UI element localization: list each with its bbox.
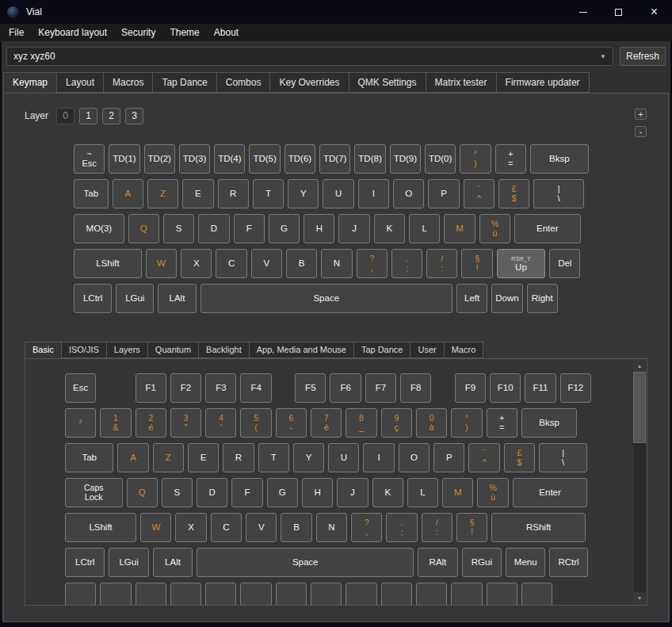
key-x[interactable]: X xyxy=(181,249,212,278)
key-diaeresis-circumflex[interactable]: ¨^ xyxy=(468,443,499,472)
key-td-6[interactable]: TD(6) xyxy=(284,144,315,174)
key-lalt[interactable]: LAlt xyxy=(158,284,196,313)
key-ralt[interactable]: RAlt xyxy=(418,548,457,577)
key-period-semicolon[interactable]: .; xyxy=(391,249,422,278)
key-superscript-two[interactable]: ² xyxy=(65,408,96,438)
key-w[interactable]: W xyxy=(146,249,177,278)
key-f12[interactable]: F12 xyxy=(560,373,591,403)
key-f8[interactable]: F8 xyxy=(400,373,431,403)
key-f[interactable]: F xyxy=(231,478,262,507)
minimize-button[interactable] xyxy=(565,0,601,24)
scroll-up-button[interactable]: ▲ xyxy=(633,360,646,372)
key-t[interactable]: T xyxy=(253,179,284,208)
key-h[interactable]: H xyxy=(302,478,333,507)
key-d[interactable]: D xyxy=(197,478,227,507)
key-question-comma[interactable]: ?, xyxy=(351,513,382,542)
key-td-9[interactable]: TD(9) xyxy=(390,144,421,174)
key-4[interactable]: 4' xyxy=(205,408,236,438)
key-b[interactable]: B xyxy=(281,513,311,542)
zoom-out-button[interactable]: - xyxy=(635,126,647,137)
key-g[interactable]: G xyxy=(269,214,300,243)
key-o[interactable]: O xyxy=(399,443,430,472)
key-degree-rparen[interactable]: °) xyxy=(451,408,482,438)
key-lctrl[interactable]: LCtrl xyxy=(74,284,112,313)
close-button[interactable]: × xyxy=(636,0,672,24)
key-f1[interactable]: F1 xyxy=(136,373,166,403)
key-blank[interactable] xyxy=(100,583,131,606)
tab-matrix-tester[interactable]: Matrix tester xyxy=(426,72,497,93)
key-2[interactable]: 2é xyxy=(136,408,166,438)
key-blank[interactable] xyxy=(65,583,96,606)
key-blank[interactable] xyxy=(346,583,376,606)
key-l[interactable]: L xyxy=(407,478,438,507)
tab-macros[interactable]: Macros xyxy=(103,72,153,93)
key-blank[interactable] xyxy=(136,583,166,606)
key-k[interactable]: K xyxy=(372,478,403,507)
key-n[interactable]: N xyxy=(316,513,347,542)
key-g[interactable]: G xyxy=(267,478,298,507)
key-w[interactable]: W xyxy=(140,513,171,542)
key-rshift[interactable]: RShift xyxy=(491,513,586,542)
scroll-down-button[interactable]: ▼ xyxy=(633,592,646,604)
key-menu[interactable]: Menu xyxy=(506,548,545,577)
key-t[interactable]: T xyxy=(258,443,289,472)
key-9[interactable]: 9ç xyxy=(381,408,412,438)
key-lctrl[interactable]: LCtrl xyxy=(65,548,105,577)
key-c[interactable]: C xyxy=(211,513,242,542)
key-lshift[interactable]: LShift xyxy=(74,249,142,278)
key-p[interactable]: P xyxy=(428,179,459,208)
zoom-in-button[interactable]: + xyxy=(635,109,647,120)
key-a[interactable]: A xyxy=(113,179,143,208)
key-i[interactable]: I xyxy=(363,443,394,472)
key-slash-colon[interactable]: /: xyxy=(422,513,452,542)
key-section-exclam[interactable]: §! xyxy=(461,249,492,278)
key-v[interactable]: V xyxy=(251,249,282,278)
key-k[interactable]: K xyxy=(374,214,405,243)
key-esc[interactable]: ~Esc xyxy=(74,144,105,174)
key-lalt[interactable]: LAlt xyxy=(153,548,193,577)
key-rctrl[interactable]: RCtrl xyxy=(549,548,587,577)
tab-firmware-updater[interactable]: Firmware updater xyxy=(496,72,590,93)
key-plus-equals[interactable]: += xyxy=(487,408,517,438)
key-rsft-t-up[interactable]: RSft_TUp xyxy=(497,249,545,278)
key-3[interactable]: 3" xyxy=(170,408,201,438)
key-blank[interactable] xyxy=(311,583,342,606)
key-td-0[interactable]: TD(0) xyxy=(425,144,456,174)
key-td-8[interactable]: TD(8) xyxy=(354,144,385,174)
tab-combos[interactable]: Combos xyxy=(216,72,271,93)
key-pound-dollar[interactable]: £$ xyxy=(504,443,535,472)
key-v[interactable]: V xyxy=(246,513,277,542)
key-space[interactable]: Space xyxy=(200,284,452,313)
key-e[interactable]: E xyxy=(188,443,219,472)
device-select[interactable]: xyz xyz60 ▼ xyxy=(6,47,613,66)
key-r[interactable]: R xyxy=(218,179,249,208)
key-slash-colon[interactable]: /: xyxy=(426,249,457,278)
key-1[interactable]: 1& xyxy=(100,408,131,438)
key-lshift[interactable]: LShift xyxy=(65,513,136,542)
picker-tab-basic[interactable]: Basic xyxy=(25,342,62,359)
key-f6[interactable]: F6 xyxy=(330,373,361,403)
key-td-4[interactable]: TD(4) xyxy=(214,144,245,174)
key-blank[interactable] xyxy=(276,583,307,606)
key-i[interactable]: I xyxy=(358,179,389,208)
key-td-7[interactable]: TD(7) xyxy=(319,144,350,174)
key-blank[interactable] xyxy=(240,583,271,606)
key-c[interactable]: C xyxy=(216,249,246,278)
key-blank[interactable] xyxy=(416,583,447,606)
key-l[interactable]: L xyxy=(409,214,440,243)
picker-tab-iso-jis[interactable]: ISO/JIS xyxy=(61,342,107,358)
key-section-exclam[interactable]: §! xyxy=(456,513,487,542)
key-s[interactable]: S xyxy=(162,478,193,507)
key-f3[interactable]: F3 xyxy=(205,373,236,403)
tab-keymap[interactable]: Keymap xyxy=(3,72,57,94)
key-caps-lock[interactable]: CapsLock xyxy=(65,478,123,507)
key-td-3[interactable]: TD(3) xyxy=(179,144,210,174)
key-enter[interactable]: Enter xyxy=(514,214,581,243)
key-q[interactable]: Q xyxy=(127,478,158,507)
key-y[interactable]: Y xyxy=(293,443,324,472)
key-b[interactable]: B xyxy=(286,249,317,278)
key-a[interactable]: A xyxy=(117,443,148,472)
key-f9[interactable]: F9 xyxy=(455,373,486,403)
key-del[interactable]: Del xyxy=(549,249,580,278)
key-period-semicolon[interactable]: .; xyxy=(386,513,417,542)
